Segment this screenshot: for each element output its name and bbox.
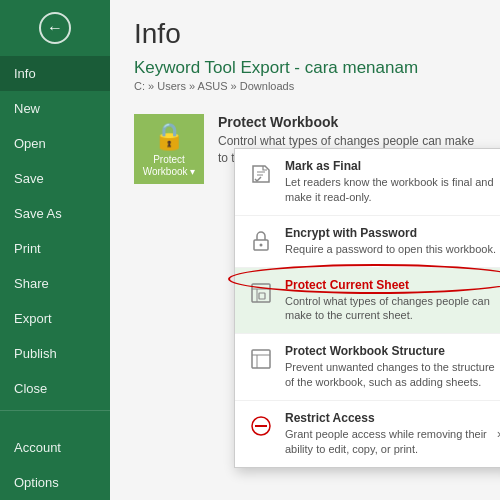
protect-heading: Protect Workbook: [218, 114, 476, 130]
mark-final-desc: Let readers know the workbook is final a…: [285, 175, 500, 205]
protect-sheet-icon: [247, 279, 275, 307]
restrict-icon: [247, 412, 275, 440]
sidebar-item-save[interactable]: Save: [0, 161, 110, 196]
sidebar-item-options[interactable]: Options: [0, 465, 110, 500]
file-path: C: » Users » ASUS » Downloads: [134, 80, 476, 92]
sidebar-item-close[interactable]: Close: [0, 371, 110, 406]
protect-structure-title: Protect Workbook Structure: [285, 344, 500, 358]
encrypt-content: Encrypt with Password Require a password…: [285, 226, 496, 257]
mark-final-icon: [247, 160, 275, 188]
protect-sheet-content: Protect Current Sheet Control what types…: [285, 278, 500, 324]
main-header: Info Keyword Tool Export - cara menanam …: [110, 0, 500, 106]
sidebar-item-publish[interactable]: Publish: [0, 336, 110, 371]
back-button[interactable]: ←: [0, 0, 110, 56]
dropdown-item-mark-final[interactable]: Mark as Final Let readers know the workb…: [235, 149, 500, 216]
sidebar: ← Info New Open Save Save As Print Share…: [0, 0, 110, 500]
sidebar-divider: [0, 410, 110, 411]
lock-icon: 🔒: [153, 121, 185, 152]
svg-rect-5: [259, 293, 265, 299]
restrict-desc: Grant people access while removing their…: [285, 427, 497, 457]
sidebar-item-new[interactable]: New: [0, 91, 110, 126]
sidebar-nav: Info New Open Save Save As Print Share E…: [0, 56, 110, 500]
protect-sheet-title: Protect Current Sheet: [285, 278, 500, 292]
protect-workbook-button[interactable]: 🔒 Protect Workbook ▾: [134, 114, 204, 184]
dropdown-item-encrypt[interactable]: Encrypt with Password Require a password…: [235, 216, 500, 268]
restrict-title: Restrict Access: [285, 411, 497, 425]
dropdown-item-restrict[interactable]: Restrict Access Grant people access whil…: [235, 401, 500, 467]
protect-dropdown-menu: Mark as Final Let readers know the workb…: [234, 148, 500, 468]
dropdown-item-protect-sheet[interactable]: Protect Current Sheet Control what types…: [235, 268, 500, 335]
dropdown-item-protect-structure[interactable]: Protect Workbook Structure Prevent unwan…: [235, 334, 500, 401]
protect-structure-content: Protect Workbook Structure Prevent unwan…: [285, 344, 500, 390]
page-title: Info: [134, 18, 476, 50]
restrict-content: Restrict Access Grant people access whil…: [285, 411, 497, 457]
mark-final-title: Mark as Final: [285, 159, 500, 173]
svg-rect-6: [252, 350, 270, 368]
sidebar-item-export[interactable]: Export: [0, 301, 110, 336]
protect-label: Protect Workbook ▾: [143, 154, 196, 178]
back-icon: ←: [39, 12, 71, 44]
sidebar-item-info[interactable]: Info: [0, 56, 110, 91]
sidebar-item-share[interactable]: Share: [0, 266, 110, 301]
encrypt-icon: [247, 227, 275, 255]
encrypt-desc: Require a password to open this workbook…: [285, 242, 496, 257]
sidebar-item-print[interactable]: Print: [0, 231, 110, 266]
svg-point-1: [260, 243, 263, 246]
protect-sheet-desc: Control what types of changes people can…: [285, 294, 500, 324]
file-title: Keyword Tool Export - cara menanam: [134, 58, 476, 78]
main-content: Info Keyword Tool Export - cara menanam …: [110, 0, 500, 500]
sidebar-item-save-as[interactable]: Save As: [0, 196, 110, 231]
protect-structure-desc: Prevent unwanted changes to the structur…: [285, 360, 500, 390]
encrypt-title: Encrypt with Password: [285, 226, 496, 240]
protect-structure-icon: [247, 345, 275, 373]
sidebar-item-open[interactable]: Open: [0, 126, 110, 161]
mark-final-content: Mark as Final Let readers know the workb…: [285, 159, 500, 205]
sidebar-item-account[interactable]: Account: [0, 430, 110, 465]
